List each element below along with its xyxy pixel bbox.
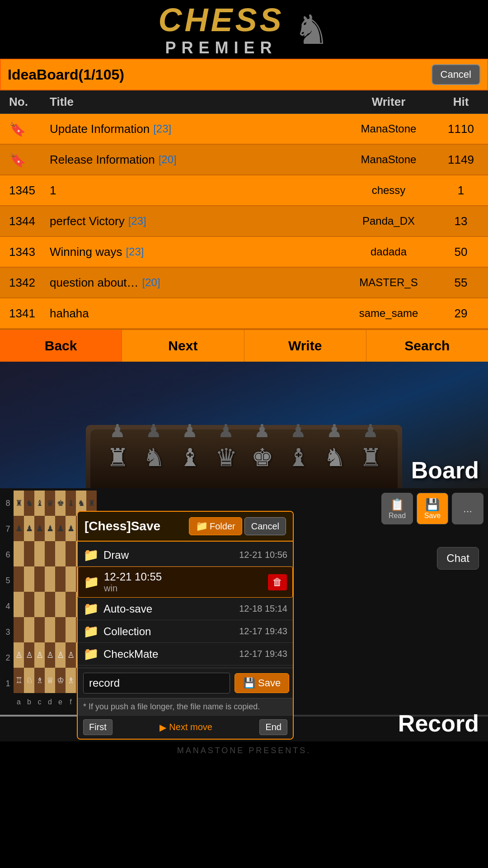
end-button[interactable]: End <box>259 719 287 735</box>
chess-square: ♞ <box>24 491 34 516</box>
board-section: ♜ ♞ ♝ ♛ ♚ ♝ ♞ ♜ ♟ ♟ ♟ ♟ ♟ ♟ ♟ ♟ Board <box>0 362 488 488</box>
horse-icon: ♞ <box>293 6 330 53</box>
logo-text: CHESS PREMIER <box>158 1 284 57</box>
chess-square <box>24 541 34 566</box>
footer-text: MANASTONE PRESENTS. <box>177 746 311 755</box>
save-label: Save <box>424 512 441 520</box>
table-row[interactable]: 1341 hahaha same_same 29 <box>0 298 488 329</box>
file-info: Auto-save <box>103 603 235 615</box>
row-no: 🔖 <box>0 121 50 137</box>
comment-count: [23] <box>153 123 171 135</box>
table-row[interactable]: 1344 perfect Victory [23] Panda_DX 13 <box>0 206 488 237</box>
play-icon: ▶ <box>160 722 166 733</box>
chess-square: ♟ <box>55 516 66 541</box>
chess-square <box>24 617 34 642</box>
nav-back-button[interactable]: Back <box>0 330 122 362</box>
row-title: hahaha <box>50 307 343 321</box>
row-hit: 29 <box>434 307 488 321</box>
nav-next-button[interactable]: Next <box>122 330 244 362</box>
hint-text: * If you push a file longer, the file na… <box>83 702 260 712</box>
hint-row: * If you push a file longer, the file na… <box>78 698 293 715</box>
chess-square <box>45 566 55 592</box>
file-date: 12-17 19:43 <box>239 649 287 659</box>
chess-square <box>55 541 66 566</box>
more-button[interactable]: ... <box>452 493 483 524</box>
dialog-cancel-button[interactable]: Cancel <box>244 517 286 535</box>
file-item[interactable]: 📁 12-21 10:55 win 🗑 <box>78 566 293 598</box>
record-label: Record <box>398 710 479 737</box>
row-title: 1 <box>50 184 343 198</box>
file-info: CheckMate <box>103 648 235 660</box>
file-list: 📁 Draw 12-21 10:56 📁 12-21 10:55 win 🗑 📁… <box>78 542 293 668</box>
table-row[interactable]: 🔖 Update Information [23] ManaStone 1110 <box>0 114 488 145</box>
file-item[interactable]: 📁 Auto-save 12-18 15:14 <box>78 598 293 620</box>
comment-count: [20] <box>142 276 160 289</box>
file-info: 12-21 10:55 win <box>104 571 259 594</box>
file-info: Draw <box>103 549 235 561</box>
chess-square: ♜ <box>14 491 24 516</box>
nav-write-button[interactable]: Write <box>244 330 366 362</box>
chess-square <box>55 617 66 642</box>
chess-square: ♟ <box>24 516 34 541</box>
row-title: Update Information [23] <box>50 122 343 136</box>
folder-icon-sm: 📁 <box>83 547 99 562</box>
file-date: 12-21 10:56 <box>239 550 287 560</box>
app-title: CHESS <box>158 1 284 38</box>
read-icon: 📋 <box>390 498 404 512</box>
board-label: Board <box>411 457 479 484</box>
chess-square: ♙ <box>24 642 34 668</box>
dialog-folder-button[interactable]: 📁 Folder <box>189 517 242 535</box>
table-row[interactable]: 1343 Winning ways [23] dadada 50 <box>0 237 488 268</box>
pin-icon: 🔖 <box>9 152 26 167</box>
row-writer: same_same <box>343 307 434 320</box>
row-title: Winning ways [23] <box>50 245 343 259</box>
more-icon: ... <box>463 502 472 515</box>
chat-button[interactable]: Chat <box>437 547 479 570</box>
row-writer: dadada <box>343 245 434 258</box>
chess-square: ♝ <box>66 491 76 516</box>
chess-square: ♙ <box>14 642 24 668</box>
chess-square <box>66 617 76 642</box>
ideaboard-cancel-button[interactable]: Cancel <box>432 64 480 85</box>
chess-square <box>66 566 76 592</box>
row-hit: 1110 <box>434 122 488 136</box>
save-dialog: [Chess]Save 📁 Folder Cancel 📁 Draw 12-21… <box>77 511 294 740</box>
table-body: 🔖 Update Information [23] ManaStone 1110… <box>0 114 488 329</box>
chess-square <box>14 541 24 566</box>
folder-icon-sm: 📁 <box>83 601 99 616</box>
title-text: perfect Victory <box>50 214 125 228</box>
first-button[interactable]: First <box>83 719 113 735</box>
dialog-title-bar: [Chess]Save 📁 Folder Cancel <box>78 512 293 542</box>
chess-square <box>34 617 45 642</box>
folder-icon-sm: 📁 <box>84 575 99 590</box>
chess-square: ♗ <box>34 668 45 693</box>
chess-square: ♟ <box>45 516 55 541</box>
table-row[interactable]: 1342 question about… [20] MASTER_S 55 <box>0 268 488 298</box>
chess-square: ♛ <box>45 491 55 516</box>
folder-icon-sm: 📁 <box>83 646 99 661</box>
chess-square <box>45 617 55 642</box>
file-info: Collection <box>103 625 235 638</box>
row-title: perfect Victory [23] <box>50 214 343 228</box>
chess-square <box>66 592 76 617</box>
read-button[interactable]: 📋 Read <box>381 493 413 524</box>
file-item[interactable]: 📁 CheckMate 12-17 19:43 <box>78 643 293 665</box>
row-hit: 13 <box>434 214 488 228</box>
next-move-button[interactable]: Next move <box>169 722 212 732</box>
table-row[interactable]: 🔖 Release Information [20] ManaStone 114… <box>0 145 488 175</box>
title-text: Release Information <box>50 153 155 167</box>
col-hit-header: Hit <box>434 95 488 109</box>
save-confirm-button[interactable]: 💾 Save <box>235 673 289 693</box>
chess-square: ♟ <box>14 516 24 541</box>
title-text: hahaha <box>50 307 89 321</box>
save-filename-input[interactable] <box>83 673 230 693</box>
nav-buttons: Back Next Write Search <box>0 329 488 362</box>
save-button[interactable]: 💾 Save <box>417 493 448 524</box>
nav-search-button[interactable]: Search <box>366 330 488 362</box>
table-header: No. Title Writer Hit <box>0 90 488 114</box>
file-item[interactable]: 📁 Draw 12-21 10:56 <box>78 544 293 566</box>
table-row[interactable]: 1345 1 chessy 1 <box>0 175 488 206</box>
file-item[interactable]: 📁 Collection 12-17 19:43 <box>78 620 293 643</box>
delete-button[interactable]: 🗑 <box>268 574 287 590</box>
file-name: Auto-save <box>103 603 235 615</box>
